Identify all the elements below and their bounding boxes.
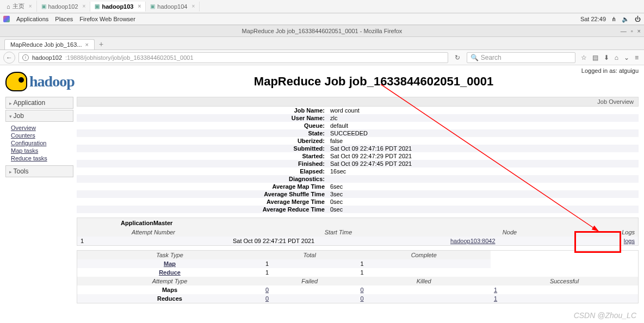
col-logs: Logs <box>572 228 638 237</box>
places-menu[interactable]: Places <box>55 16 73 22</box>
kv-row: User Name:zlc <box>77 114 639 122</box>
sidebar-link-map-tasks[interactable]: Map tasks <box>11 147 68 154</box>
logs-link[interactable]: logs <box>624 238 635 244</box>
cell-total: 1 <box>262 268 357 277</box>
pocket-icon[interactable]: ⌄ <box>624 54 629 61</box>
col-node: Node <box>447 228 572 237</box>
kv-key: Submitted: <box>77 145 327 152</box>
kv-row: Average Merge Time0sec <box>77 198 639 206</box>
ide-tab-label: hadoop103 <box>102 3 133 10</box>
ide-tab-hadoop103[interactable]: ▣hadoop103× <box>90 2 146 11</box>
col-start: Start Time <box>230 228 447 237</box>
bookmark-icon[interactable]: ☆ <box>581 54 587 61</box>
kv-key: Average Merge Time <box>77 198 327 206</box>
applications-menu[interactable]: Applications <box>16 16 48 22</box>
main-panel: Job Overview Job Name:word countUser Nam… <box>77 97 639 303</box>
sidebar-link-reduce-tasks[interactable]: Reduce tasks <box>11 154 68 162</box>
sound-icon[interactable]: 🔈 <box>622 16 629 23</box>
elephant-icon <box>5 72 27 91</box>
sidebar-link-overview[interactable]: Overview <box>11 124 68 132</box>
ide-tab-label: hadoop104 <box>157 3 187 10</box>
home-icon[interactable]: ⌂ <box>615 54 618 61</box>
kv-value: false <box>327 137 639 145</box>
ide-tab-home[interactable]: ⌂主页× <box>2 1 37 12</box>
kv-row: Elapsed:16sec <box>77 167 639 175</box>
kv-value: default <box>327 122 639 129</box>
close-icon[interactable]: × <box>29 3 32 9</box>
table-row: Map 1 1 <box>77 259 638 268</box>
count-link[interactable]: 0 <box>360 295 363 302</box>
close-icon[interactable]: × <box>85 41 88 48</box>
col-tasktype: Task Type <box>77 251 262 259</box>
terminal-icon: ▣ <box>95 3 100 9</box>
close-icon[interactable]: × <box>83 3 86 9</box>
site-info-icon[interactable]: i <box>22 54 29 61</box>
close-icon[interactable]: × <box>191 3 195 9</box>
kv-key: Diagnostics: <box>77 175 327 183</box>
browser-tab-bar: MapReduce Job job_163... × + <box>0 37 644 50</box>
back-button[interactable]: ← <box>3 52 15 64</box>
appmaster-table: Attempt Number Start Time Node Logs 1 Sa… <box>77 228 638 245</box>
maximize-button[interactable]: ▫ <box>631 28 633 34</box>
app-name[interactable]: Firefox Web Browser <box>79 16 135 22</box>
search-input[interactable]: 🔍 Search <box>467 52 575 63</box>
kv-row: Average Reduce Time0sec <box>77 206 639 213</box>
minimize-button[interactable]: — <box>621 28 627 34</box>
url-input[interactable]: i hadoop102:19888/jobhistory/job/job_163… <box>18 52 448 63</box>
count-link[interactable]: 0 <box>360 287 363 293</box>
map-link[interactable]: Map <box>164 260 176 267</box>
browser-tab[interactable]: MapReduce Job job_163... × <box>4 39 95 49</box>
kv-value: 0sec <box>327 198 639 206</box>
cell-type: Reduces <box>77 294 262 303</box>
menu-icon[interactable]: ≡ <box>635 54 639 61</box>
activities-icon[interactable] <box>3 16 10 22</box>
sidebar-section-application[interactable]: Application <box>5 97 73 109</box>
table-row: Reduce 1 1 <box>77 268 638 277</box>
ide-tab-hadoop104[interactable]: ▣hadoop104× <box>146 2 200 11</box>
hadoop-logo[interactable]: hadoop <box>5 69 109 95</box>
library-icon[interactable]: ▤ <box>592 54 598 61</box>
close-button[interactable]: × <box>637 28 641 34</box>
kv-key: Average Map Time <box>77 183 327 190</box>
sidebar-section-tools[interactable]: Tools <box>5 165 73 177</box>
col-killed: Killed <box>357 277 491 285</box>
ide-tab-label: 主页 <box>13 2 24 10</box>
download-icon[interactable]: ⬇ <box>604 54 609 61</box>
count-link[interactable]: 0 <box>265 287 269 293</box>
kv-key: Average Reduce Time <box>77 206 327 213</box>
node-link[interactable]: hadoop103:8042 <box>450 238 496 244</box>
count-link[interactable]: 1 <box>494 287 497 293</box>
table-row: Reduces 0 0 1 <box>77 294 638 303</box>
reduce-link[interactable]: Reduce <box>159 269 181 276</box>
logo-text: hadoop <box>29 73 75 90</box>
reload-button[interactable]: ↻ <box>451 54 463 61</box>
clock: Sat 22:49 <box>580 16 606 22</box>
network-icon[interactable]: ⋔ <box>611 16 616 23</box>
gnome-menu-bar: Applications Places Firefox Web Browser … <box>0 13 644 25</box>
count-link[interactable]: 0 <box>265 295 269 302</box>
ide-tab-hadoop102[interactable]: ▣hadoop102× <box>37 2 91 11</box>
kv-value: 6sec <box>327 183 639 190</box>
sidebar-section-job[interactable]: Job <box>5 110 73 122</box>
cell-complete: 1 <box>357 268 491 277</box>
kv-row: State:SUCCEEDED <box>77 129 639 137</box>
kv-row: Finished:Sat Oct 09 22:47:45 PDT 2021 <box>77 160 639 167</box>
close-icon[interactable]: × <box>138 3 141 9</box>
sidebar-link-counters[interactable]: Counters <box>11 132 68 139</box>
home-icon: ⌂ <box>7 3 10 10</box>
kv-key: Job Name: <box>77 107 327 114</box>
sidebar-link-configuration[interactable]: Configuration <box>11 139 68 147</box>
kv-row: Average Shuffle Time3sec <box>77 190 639 198</box>
power-icon[interactable]: ⏻ <box>635 16 641 22</box>
page-title: MapReduce Job job_1633844602051_0001 <box>109 74 639 89</box>
kv-row: Uberized:false <box>77 137 639 145</box>
new-tab-button[interactable]: + <box>96 39 107 49</box>
kv-value <box>327 175 639 183</box>
overview-bar: Job Overview <box>77 97 639 107</box>
kv-value: Sat Oct 09 22:47:16 PDT 2021 <box>327 145 639 152</box>
col-attempt: Attempt Number <box>77 228 230 237</box>
ide-tab-bar: ⌂主页× ▣hadoop102× ▣hadoop103× ▣hadoop104× <box>0 0 644 13</box>
block-header: ApplicationMaster <box>77 218 638 228</box>
kv-value: SUCCEEDED <box>327 129 639 137</box>
count-link[interactable]: 1 <box>494 295 497 302</box>
